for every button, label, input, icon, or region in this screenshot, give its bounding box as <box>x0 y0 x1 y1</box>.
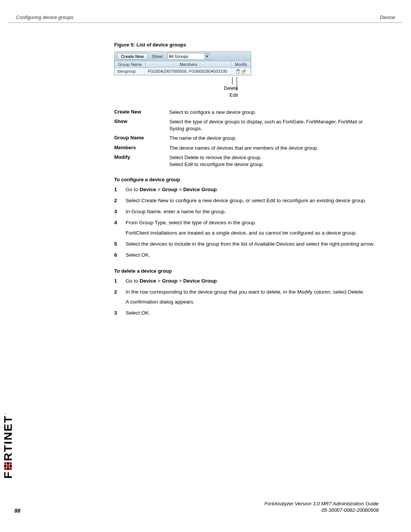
fortinet-logo: F RTINET . <box>2 412 14 479</box>
delete-heading: To delete a device group <box>114 268 379 274</box>
description-row: MembersThe device names of devices that … <box>114 145 379 152</box>
step-row: 5Select the devices to include in the gr… <box>126 241 379 248</box>
callout-line <box>232 77 233 85</box>
step-row: 6Select OK. <box>126 252 379 259</box>
header-right: Device <box>380 14 395 20</box>
callout-area: Delete Edit <box>114 77 266 104</box>
description-row: ShowSelect the type of device groups to … <box>114 118 379 132</box>
step-row: 1Go to Device > Group > Device Group. <box>126 186 379 193</box>
logo-text-right: RTINET <box>2 415 14 461</box>
step-row: 2In the row corresponding to the device … <box>126 289 379 306</box>
description-term: Members <box>114 145 169 152</box>
show-dropdown[interactable]: All Groups <box>167 53 211 60</box>
description-table: Create NewSelect to configure a new devi… <box>114 109 379 168</box>
description-row: ModifySelect Delete to remove the device… <box>114 154 379 168</box>
svg-rect-2 <box>237 69 239 70</box>
logo-text-left: F <box>2 471 14 479</box>
ui-toolbar: Create New Show: All Groups <box>115 52 251 61</box>
chevron-down-icon <box>204 54 210 59</box>
delete-steps: 1Go to Device > Group > Device Group.2In… <box>126 278 379 317</box>
step-row: 2Select Create New to configure a new de… <box>126 197 379 204</box>
cell-modify <box>232 68 251 75</box>
header-left: Configuring device groups <box>16 14 73 20</box>
main-content: Figure 5: List of device groups Create N… <box>114 42 379 321</box>
cell-group-name: tdevgroup <box>115 68 145 75</box>
step-row: 3Select OK. <box>126 310 379 317</box>
description-def: Select to configure a new device group. <box>169 109 256 116</box>
step-number: 2 <box>114 197 126 204</box>
description-def: Select Delete to remove the device group… <box>169 154 264 168</box>
step-text: Select Create New to configure a new dev… <box>126 197 366 204</box>
step-number: 2 <box>114 289 126 306</box>
description-term: Modify <box>114 154 169 168</box>
step-row: 1Go to Device > Group > Device Group. <box>126 278 379 285</box>
step-text: Select the devices to include in the gro… <box>126 241 374 248</box>
footer-text: FortiAnalyzer Version 3.0 MR7 Administra… <box>264 501 379 514</box>
svg-rect-0 <box>237 70 239 73</box>
step-text: From Group Type, select the type of devi… <box>126 219 357 237</box>
device-groups-table: Group Name Members Modify tdevgroup FG20… <box>115 61 251 75</box>
col-modify: Modify <box>232 61 251 68</box>
show-dropdown-value: All Groups <box>169 54 188 59</box>
cell-members: FG200A2907500558, FG36002804033100 <box>145 68 232 75</box>
description-row: Create NewSelect to configure a new devi… <box>114 109 379 116</box>
delete-icon[interactable] <box>236 69 241 74</box>
step-text: Go to Device > Group > Device Group. <box>126 186 218 193</box>
description-def: Select the type of device groups to disp… <box>169 118 379 132</box>
step-number: 5 <box>114 241 126 248</box>
svg-rect-1 <box>236 70 240 70</box>
col-group-name: Group Name <box>115 61 145 68</box>
edit-icon[interactable] <box>242 69 247 74</box>
col-members: Members <box>145 61 232 68</box>
step-text: In the row corresponding to the device g… <box>126 289 364 306</box>
step-number: 4 <box>114 219 126 237</box>
show-label: Show: <box>152 54 164 59</box>
step-number: 6 <box>114 252 126 259</box>
step-text: Go to Device > Group > Device Group. <box>126 278 218 285</box>
logo-tm: . <box>2 412 6 414</box>
step-row: 3In Group Name, enter a name for the gro… <box>126 208 379 216</box>
step-sub: FortiClient installations are treated as… <box>126 230 357 237</box>
step-number: 3 <box>114 310 126 317</box>
footer-line1: FortiAnalyzer Version 3.0 MR7 Administra… <box>264 501 379 507</box>
step-number: 3 <box>114 208 126 216</box>
step-text: In Group Name, enter a name for the grou… <box>126 208 226 216</box>
step-number: 1 <box>114 186 126 193</box>
configure-heading: To configure a device group <box>114 177 379 182</box>
description-def: The name of the device group. <box>169 135 236 142</box>
create-new-button[interactable]: Create New <box>117 53 148 60</box>
step-text: Select OK. <box>126 252 150 259</box>
logo-square-icon <box>4 462 12 470</box>
configure-steps: 1Go to Device > Group > Device Group.2Se… <box>126 186 379 259</box>
page-footer: 88 FortiAnalyzer Version 3.0 MR7 Adminis… <box>14 501 379 514</box>
description-def: The device names of devices that are mem… <box>169 145 319 152</box>
step-number: 1 <box>114 278 126 285</box>
callout-edit: Edit <box>229 92 238 98</box>
step-sub: A confirmation dialog appears. <box>126 299 364 306</box>
figure-caption: Figure 5: List of device groups <box>114 42 379 48</box>
description-term: Show <box>114 118 169 132</box>
page-number: 88 <box>14 508 21 514</box>
device-groups-ui: Create New Show: All Groups Group Name M… <box>114 51 251 75</box>
description-row: Group NameThe name of the device group. <box>114 135 379 142</box>
description-term: Create New <box>114 109 169 116</box>
footer-line2: 05-30007-0082-20080908 <box>264 507 379 514</box>
description-term: Group Name <box>114 135 169 142</box>
step-row: 4From Group Type, select the type of dev… <box>126 219 379 237</box>
step-text: Select OK. <box>126 310 150 317</box>
page-header: Configuring device groups Device <box>8 14 403 23</box>
callout-delete: Delete <box>224 85 238 91</box>
table-row: tdevgroup FG200A2907500558, FG3600280403… <box>115 68 251 75</box>
